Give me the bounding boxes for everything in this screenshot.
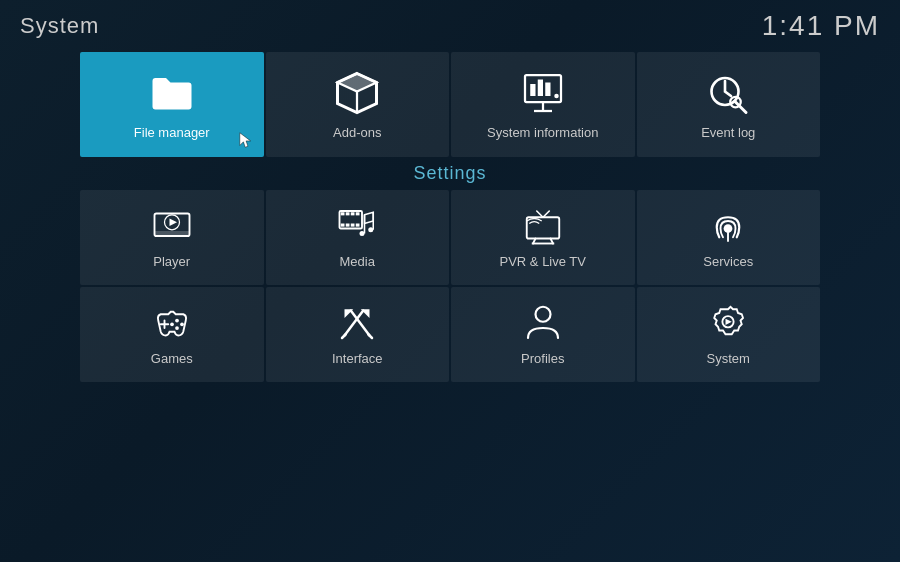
tile-media-label: Media: [340, 254, 375, 269]
svg-rect-30: [356, 224, 360, 227]
addons-icon: [333, 69, 381, 117]
svg-marker-2: [338, 74, 377, 92]
svg-point-47: [175, 326, 179, 330]
system-info-icon: [519, 69, 567, 117]
folder-icon: [148, 69, 196, 117]
event-log-icon: [704, 69, 752, 117]
tile-file-manager[interactable]: File manager: [80, 52, 264, 157]
pvr-icon: [523, 206, 563, 246]
svg-rect-19: [154, 231, 189, 236]
svg-point-12: [554, 94, 559, 99]
svg-marker-0: [239, 133, 250, 147]
tile-add-ons-label: Add-ons: [333, 125, 381, 140]
svg-rect-9: [530, 84, 535, 96]
tile-services-label: Services: [703, 254, 753, 269]
tile-system-information[interactable]: System information: [451, 52, 635, 157]
svg-rect-10: [538, 80, 543, 97]
settings-grid: Player: [80, 190, 820, 382]
svg-rect-23: [341, 212, 345, 215]
tile-games[interactable]: Games: [80, 287, 264, 382]
settings-title: Settings: [80, 163, 820, 184]
services-icon: [708, 206, 748, 246]
svg-rect-26: [356, 212, 360, 215]
header: System 1:41 PM: [0, 0, 900, 52]
svg-rect-11: [545, 83, 550, 97]
settings-row-2: Games Interface: [80, 287, 820, 382]
svg-point-48: [170, 322, 174, 326]
tile-media[interactable]: Media: [266, 190, 450, 285]
tile-event-log[interactable]: Event log: [637, 52, 821, 157]
tile-system-label: System: [707, 351, 750, 366]
tile-interface[interactable]: Interface: [266, 287, 450, 382]
svg-line-53: [369, 334, 373, 338]
svg-rect-27: [341, 224, 345, 227]
svg-point-33: [360, 231, 365, 236]
svg-marker-57: [726, 319, 732, 325]
cursor-icon: [238, 131, 256, 149]
tile-services[interactable]: Services: [637, 190, 821, 285]
svg-rect-35: [527, 217, 560, 238]
tile-event-log-label: Event log: [701, 125, 755, 140]
app-title: System: [20, 13, 99, 39]
svg-point-46: [180, 322, 184, 326]
games-icon: [152, 303, 192, 343]
svg-point-45: [175, 319, 179, 323]
svg-point-41: [724, 224, 733, 233]
media-icon: [337, 206, 377, 246]
profiles-icon: [523, 303, 563, 343]
tile-player-label: Player: [153, 254, 190, 269]
player-icon: [152, 206, 192, 246]
top-row: File manager Add-ons: [0, 52, 900, 157]
svg-point-34: [369, 227, 374, 232]
tile-system[interactable]: System: [637, 287, 821, 382]
settings-section: Settings Player: [0, 163, 900, 382]
tile-interface-label: Interface: [332, 351, 383, 366]
tile-file-manager-label: File manager: [134, 125, 210, 140]
svg-rect-24: [346, 212, 350, 215]
svg-line-50: [342, 334, 346, 338]
interface-icon: [337, 303, 377, 343]
svg-marker-21: [169, 219, 177, 227]
svg-point-55: [535, 307, 550, 322]
svg-rect-28: [346, 224, 350, 227]
system-icon: [708, 303, 748, 343]
clock: 1:41 PM: [762, 10, 880, 42]
tile-pvr-live-tv[interactable]: PVR & Live TV: [451, 190, 635, 285]
tile-profiles[interactable]: Profiles: [451, 287, 635, 382]
settings-row-1: Player: [80, 190, 820, 285]
tile-pvr-label: PVR & Live TV: [500, 254, 586, 269]
tile-system-information-label: System information: [487, 125, 598, 140]
svg-rect-25: [351, 212, 355, 215]
tile-add-ons[interactable]: Add-ons: [266, 52, 450, 157]
svg-rect-29: [351, 224, 355, 227]
tile-player[interactable]: Player: [80, 190, 264, 285]
tile-games-label: Games: [151, 351, 193, 366]
tile-profiles-label: Profiles: [521, 351, 564, 366]
